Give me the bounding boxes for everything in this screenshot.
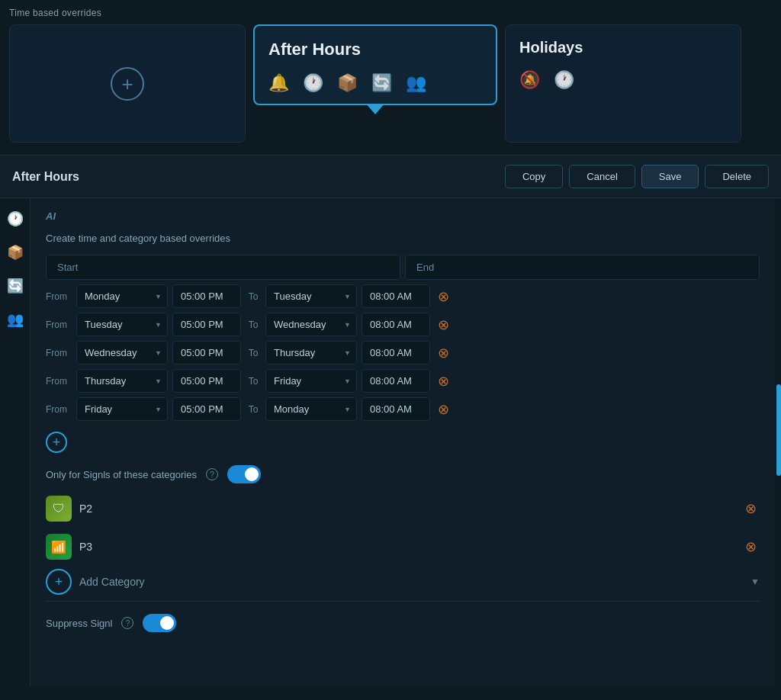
from-label-2: From: [46, 319, 72, 330]
categories-toggle-row: Only for Signls of these categories ?: [46, 465, 760, 483]
p2-badge: 🛡: [46, 496, 72, 522]
add-override-card[interactable]: +: [9, 24, 246, 143]
holidays-card[interactable]: Holidays 🔕 🕐: [505, 24, 741, 143]
box-icon: 📦: [337, 73, 358, 93]
from-label-4: From: [46, 376, 72, 387]
to-day-select-5[interactable]: Monday TuesdayWednesdayThursday FridaySa…: [265, 397, 357, 421]
section-desc: Create time and category based overrides: [46, 233, 760, 244]
content-area: AI Create time and category based overri…: [31, 198, 775, 686]
holidays-title: Holidays: [519, 39, 727, 56]
add-time-row-button[interactable]: +: [46, 432, 67, 453]
sidebar-box-icon[interactable]: 📦: [7, 244, 24, 261]
to-label-3: To: [246, 348, 261, 358]
ai-label: AI: [46, 210, 760, 222]
remove-row-2[interactable]: ⊗: [435, 318, 452, 332]
from-time-input-3[interactable]: [172, 341, 241, 364]
toolbar: After Hours Copy Cancel Save Delete: [0, 155, 781, 198]
to-label-1: To: [246, 291, 261, 302]
categories-toggle[interactable]: [227, 465, 261, 483]
suppress-toggle-row: Suppress Signl ?: [46, 614, 760, 632]
to-day-select-1[interactable]: Monday TuesdayWednesdayThursday FridaySa…: [265, 284, 357, 308]
to-day-select-4[interactable]: MondayTuesdayWednesdayThursday FridaySat…: [265, 369, 357, 393]
p2-name: P2: [79, 503, 734, 515]
refresh-icon: 🔄: [371, 73, 392, 93]
start-header: Start: [46, 255, 400, 280]
remove-row-1[interactable]: ⊗: [435, 290, 452, 303]
after-hours-card[interactable]: After Hours 🔔 🕐 📦 🔄 👥: [253, 24, 497, 105]
remove-p3-button[interactable]: ⊗: [742, 540, 760, 554]
remove-p2-button[interactable]: ⊗: [742, 502, 760, 515]
copy-button[interactable]: Copy: [505, 165, 563, 188]
section-label: Time based overrides: [9, 8, 772, 18]
bell-icon: 🔔: [268, 73, 289, 93]
time-row: From Monday TuesdayWednesdayThursday Fri…: [46, 284, 760, 308]
end-header: End: [405, 255, 760, 280]
from-day-select-3[interactable]: MondayTuesday WednesdayThursday FridaySa…: [76, 341, 168, 364]
p3-name: P3: [79, 541, 734, 553]
add-icon: +: [111, 67, 144, 101]
from-day-select-1[interactable]: Monday TuesdayWednesdayThursday FridaySa…: [76, 284, 168, 308]
categories-help-icon[interactable]: ?: [206, 468, 218, 480]
time-row: From MondayTuesdayWednesdayThursday Frid…: [46, 397, 760, 421]
to-label-2: To: [246, 319, 261, 330]
sidebar-refresh-icon[interactable]: 🔄: [7, 278, 24, 294]
to-day-select-3[interactable]: MondayTuesdayWednesday Thursday FridaySa…: [265, 341, 357, 364]
from-day-select-4[interactable]: MondayTuesdayWednesday Thursday FridaySa…: [76, 369, 168, 393]
sidebar-users-icon[interactable]: 👥: [7, 311, 24, 328]
delete-button[interactable]: Delete: [705, 165, 769, 188]
toolbar-title: After Hours: [12, 170, 79, 184]
save-button[interactable]: Save: [641, 165, 699, 188]
cancel-button[interactable]: Cancel: [569, 165, 635, 188]
from-time-input-4[interactable]: [172, 369, 241, 393]
to-time-input-5[interactable]: [362, 397, 430, 421]
to-time-input-4[interactable]: [362, 369, 430, 393]
add-category-icon[interactable]: +: [46, 569, 72, 595]
from-label-5: From: [46, 404, 72, 415]
toolbar-buttons: Copy Cancel Save Delete: [505, 165, 769, 188]
remove-row-5[interactable]: ⊗: [435, 403, 452, 416]
from-day-select-5[interactable]: MondayTuesdayWednesdayThursday FridaySat…: [76, 397, 168, 421]
to-time-input-1[interactable]: [362, 284, 430, 308]
from-time-input-1[interactable]: [172, 284, 241, 308]
p3-badge: 📶: [46, 534, 72, 560]
from-time-input-5[interactable]: [172, 397, 241, 421]
to-label-4: To: [246, 376, 261, 387]
time-table: Start End From Monday TuesdayWednesdayTh…: [46, 255, 760, 421]
to-time-input-3[interactable]: [362, 341, 430, 364]
clock-icon: 🕐: [303, 73, 323, 93]
remove-row-4[interactable]: ⊗: [435, 374, 452, 388]
from-time-input-2[interactable]: [172, 313, 241, 336]
add-category-row: + Add Category ▼: [46, 569, 760, 602]
to-time-input-2[interactable]: [362, 313, 430, 336]
suppress-toggle[interactable]: [143, 614, 176, 632]
scrollbar[interactable]: [776, 384, 781, 476]
from-day-select-2[interactable]: Monday TuesdayWednesdayThursday FridaySa…: [76, 313, 168, 336]
categories-toggle-label: Only for Signls of these categories: [46, 469, 197, 480]
from-label-3: From: [46, 348, 72, 358]
add-category-label: Add Category: [79, 576, 743, 588]
sidebar: 🕐 📦 🔄 👥: [0, 198, 31, 686]
suppress-help-icon[interactable]: ?: [121, 617, 133, 629]
sidebar-clock-icon[interactable]: 🕐: [7, 210, 24, 227]
to-label-5: To: [246, 404, 261, 415]
bell-off-icon: 🔕: [519, 70, 540, 90]
from-label-1: From: [46, 291, 72, 302]
clock-icon-2: 🕐: [554, 70, 574, 90]
after-hours-title: After Hours: [268, 40, 482, 59]
to-day-select-2[interactable]: MondayTuesday WednesdayThursday FridaySa…: [265, 313, 357, 336]
time-row: From MondayTuesdayWednesday Thursday Fri…: [46, 369, 760, 393]
users-icon: 👥: [406, 73, 426, 93]
category-item-p2: 🛡 P2 ⊗: [46, 493, 760, 525]
suppress-toggle-label: Suppress Signl: [46, 618, 112, 629]
time-row: From Monday TuesdayWednesdayThursday Fri…: [46, 313, 760, 336]
add-category-dropdown-icon[interactable]: ▼: [750, 576, 760, 587]
category-item-p3: 📶 P3 ⊗: [46, 531, 760, 563]
remove-row-3[interactable]: ⊗: [435, 346, 452, 360]
time-row: From MondayTuesday WednesdayThursday Fri…: [46, 341, 760, 364]
